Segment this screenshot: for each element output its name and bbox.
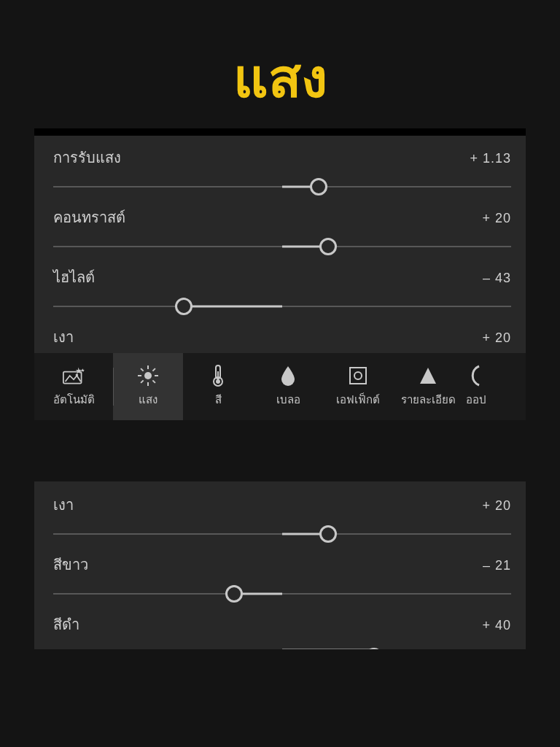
slider[interactable] (53, 296, 511, 317)
slider[interactable] (53, 524, 511, 544)
light-panel-2: เงา+ 20สีขาว– 21สีดำ+ 40 (34, 481, 526, 649)
tool-auto[interactable]: อัตโนมัติ (34, 353, 113, 420)
svg-point-2 (144, 372, 152, 379)
slider-label: การรับแสง (53, 146, 121, 169)
slider-row: การรับแสง+ 1.13 (53, 142, 511, 197)
tool-label: รายละเอียด (401, 391, 456, 409)
drop-icon (277, 365, 299, 387)
tool-label: เอฟเฟ็กต์ (336, 391, 380, 409)
slider-label: เงา (53, 493, 74, 516)
slider-knob[interactable] (310, 178, 327, 196)
tool-drop[interactable]: เบลอ (253, 353, 323, 420)
slider[interactable] (53, 177, 511, 197)
slider-knob[interactable] (175, 298, 192, 315)
svg-line-8 (141, 368, 144, 371)
slider-value: + 40 (482, 618, 511, 633)
slider-row: ไฮไลต์– 43 (53, 261, 511, 317)
slider-label: เงา (53, 325, 74, 349)
tool-temp[interactable]: สี (183, 353, 253, 420)
light-icon (137, 365, 159, 387)
page-title: แสง (0, 35, 560, 121)
light-panel-1: การรับแสง+ 1.13คอนทราสต์+ 20ไฮไลต์– 43เง… (34, 128, 526, 420)
tool-optic[interactable]: ออป (463, 353, 489, 420)
slider-value: – 21 (483, 558, 511, 573)
slider-label: สีดำ (53, 613, 79, 636)
tool-detail[interactable]: รายละเอียด (393, 353, 463, 420)
slider-knob[interactable] (319, 525, 337, 543)
svg-rect-15 (350, 368, 366, 384)
panel-strip (34, 128, 526, 136)
detail-icon (417, 365, 439, 387)
slider-value: + 20 (482, 330, 511, 346)
slider-label: สีขาว (53, 553, 88, 576)
slider-value: – 43 (483, 271, 511, 286)
slider-track (53, 593, 511, 595)
slider-track (53, 306, 511, 307)
edit-toolbar: อัตโนมัติแสงสีเบลอเอฟเฟ็กต์รายละเอียดออป (34, 353, 526, 420)
slider-row: เงา+ 20 (53, 489, 511, 544)
effect-icon (347, 365, 369, 387)
slider-row: สีดำ+ 40 (53, 608, 511, 649)
slider-label: คอนทราสต์ (53, 206, 125, 229)
optic-icon (465, 365, 487, 387)
slider-knob[interactable] (225, 585, 243, 603)
slider[interactable] (53, 584, 511, 604)
slider-value: + 20 (482, 211, 511, 226)
tool-label: เบลอ (276, 391, 300, 409)
tool-label: แสง (139, 391, 158, 409)
auto-icon (63, 365, 85, 387)
temp-icon (207, 365, 229, 387)
slider-knob[interactable] (319, 238, 337, 255)
slider-range (184, 306, 282, 308)
svg-point-16 (354, 372, 362, 379)
svg-line-4 (152, 380, 155, 383)
slider-value: + 1.13 (470, 151, 511, 166)
slider-row: สีขาว– 21 (53, 549, 511, 604)
tool-label: ออป (466, 391, 486, 409)
svg-line-6 (141, 380, 144, 383)
tool-effect[interactable]: เอฟเฟ็กต์ (323, 353, 393, 420)
slider[interactable] (53, 236, 511, 257)
svg-line-10 (152, 368, 155, 371)
svg-point-1 (76, 374, 79, 376)
tool-label: สี (215, 391, 222, 409)
tool-label: อัตโนมัติ (53, 391, 95, 409)
slider-range (282, 649, 374, 650)
slider[interactable] (53, 643, 511, 649)
toolbar-divider (113, 368, 114, 406)
tool-light[interactable]: แสง (113, 353, 183, 420)
slider-row: คอนทราสต์+ 20 (53, 201, 511, 257)
slider-value: + 20 (482, 498, 511, 514)
slider-label: ไฮไลต์ (53, 266, 95, 289)
